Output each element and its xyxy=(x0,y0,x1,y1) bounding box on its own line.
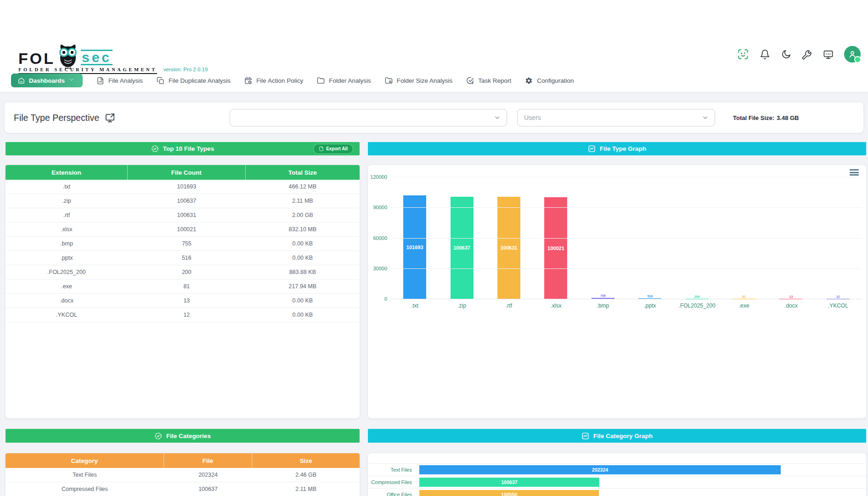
cell: 516 xyxy=(128,251,246,265)
moon-icon[interactable] xyxy=(781,49,791,60)
cell: 0.00 KB xyxy=(246,308,360,322)
x-axis-label: .txt xyxy=(391,302,438,309)
brand-logo[interactable]: FOL sec xyxy=(18,39,208,74)
nav-item-folder-size-analysis[interactable]: Folder Size Analysis xyxy=(385,77,453,85)
logo-row: FOL sec xyxy=(18,39,208,65)
gridline xyxy=(391,207,862,208)
page-title: File Type Perspective xyxy=(14,113,99,123)
cell: .txt xyxy=(6,180,128,194)
nav-item-task-report[interactable]: Task Report xyxy=(466,77,511,85)
monitor-icon[interactable] xyxy=(823,49,834,60)
cell: 2.11 MB xyxy=(252,482,360,496)
nav-item-label: Task Report xyxy=(478,77,511,84)
file-category-graph-card: Text Files202324Compressed Files100637Of… xyxy=(368,453,866,496)
cell: 466.12 MB xyxy=(246,180,360,194)
category-label: Compressed Files xyxy=(368,479,419,485)
category-label: Text Files xyxy=(368,467,419,473)
logo-tagline-row: FOLDER SECURITY MANAGEMENT version: Pro … xyxy=(18,67,208,74)
cell: 100637 xyxy=(128,194,246,208)
bell-icon[interactable] xyxy=(760,49,770,60)
category-row: Compressed Files1006372.11 MB xyxy=(6,482,360,496)
file-type-row: .FOL2025_200200883.88 KB xyxy=(6,265,360,279)
users-select-placeholder: Users xyxy=(524,114,541,121)
x-axis-label: .YKCOL xyxy=(815,302,862,309)
chart-menu-icon[interactable] xyxy=(850,169,859,176)
cell: .rtf xyxy=(6,208,128,222)
bar-track: 100637 xyxy=(419,478,866,487)
bar-value-label: 100631 xyxy=(501,245,518,251)
file-table-body: .txt101693466.12 MB.zip1006372.11 MB.rtf… xyxy=(6,180,360,322)
bar-value-label: 516 xyxy=(647,295,653,298)
nav-item-file-action-policy[interactable]: File Action Policy xyxy=(244,77,303,85)
nav-item-file-duplicate-analysis[interactable]: File Duplicate Analysis xyxy=(157,77,231,85)
nav-item-label: File Analysis xyxy=(108,77,143,84)
folder-settings-icon xyxy=(385,77,393,85)
bar-value-label: 12 xyxy=(836,295,840,298)
avatar[interactable] xyxy=(844,46,861,63)
nav-item-file-analysis[interactable]: File Analysis xyxy=(96,77,143,85)
file-category-graph-title: File Category Graph xyxy=(593,433,653,439)
cell: .docx xyxy=(6,294,128,308)
cell: 883.88 KB xyxy=(246,265,360,279)
bar-value-label: 202324 xyxy=(592,467,608,473)
nav-item-label: Folder Size Analysis xyxy=(397,77,453,84)
nav-item-dashboards[interactable]: Dashboards xyxy=(11,74,83,87)
gear-icon xyxy=(525,77,533,85)
bar-track: 100550 xyxy=(419,490,866,496)
cell: 2.00 GB xyxy=(246,208,360,222)
gridline xyxy=(391,268,862,269)
nav-item-label: Dashboards xyxy=(29,77,65,84)
cell: .zip xyxy=(6,194,128,208)
users-select[interactable]: Users xyxy=(517,109,715,126)
file-table-header: ExtensionFile CountTotal Size xyxy=(6,165,360,180)
x-axis-label: .xlsx xyxy=(532,302,579,309)
cell: .FOL2025_200 xyxy=(6,265,128,279)
file-type-select[interactable] xyxy=(230,109,507,126)
total-file-size: Total File Size: 3.48 GB xyxy=(733,103,799,133)
document-icon xyxy=(319,146,324,151)
category-bar-row: Office Files100550 xyxy=(368,489,866,496)
wrench-icon[interactable] xyxy=(802,49,812,60)
nav-item-label: Configuration xyxy=(537,77,574,84)
cell: 0.00 KB xyxy=(246,237,360,251)
bar-value-label: 100550 xyxy=(501,492,517,496)
x-axis-label: .FOL2025_200 xyxy=(673,302,720,309)
file-type-graph-title: File Type Graph xyxy=(600,145,646,152)
file-type-graph-title-wrap: File Type Graph xyxy=(588,145,646,153)
nav-item-configuration[interactable]: Configuration xyxy=(525,77,574,85)
task-check-icon xyxy=(466,77,474,85)
cell: 100631 xyxy=(128,208,246,222)
file-type-perspective-card: File Type Perspective Users Total File S… xyxy=(5,103,863,133)
file-categories-title-wrap: File Categories xyxy=(154,432,211,440)
x-axis-label: .rtf xyxy=(485,302,532,309)
nav-item-label: Folder Analysis xyxy=(329,77,371,84)
column-header-total-size: Total Size xyxy=(246,165,360,180)
category-label: Office Files xyxy=(368,492,419,496)
file-type-row: .rtf1006312.00 GB xyxy=(6,208,360,222)
cell: .bmp xyxy=(6,237,128,251)
y-axis-tick-label: 0 xyxy=(384,296,387,302)
main-nav: Dashboards File AnalysisFile Duplicate A… xyxy=(11,74,574,87)
export-all-button[interactable]: Export All xyxy=(313,144,353,154)
filter-title-wrap: File Type Perspective xyxy=(14,103,115,133)
cell: .pptx xyxy=(6,251,128,265)
bar-value-label: 100021 xyxy=(547,245,564,251)
bar-txt: 101693 xyxy=(403,195,426,299)
bar-value-label: 100637 xyxy=(453,245,470,251)
file-categories-card: CategoryFileSize Text Files2023242.46 GB… xyxy=(6,453,360,496)
cell: .YKCOL xyxy=(6,308,128,322)
brand-tagline: FOLDER SECURITY MANAGEMENT xyxy=(18,67,157,74)
cell: 100021 xyxy=(128,222,246,236)
cell: 832.10 MB xyxy=(246,222,360,236)
file-type-row: .docx130.00 KB xyxy=(6,294,360,308)
screen-share-icon[interactable] xyxy=(105,113,115,123)
bar-compressed-files: 100637 xyxy=(419,478,599,487)
nav-item-label: File Duplicate Analysis xyxy=(169,77,231,84)
bar-rtf: 100631 xyxy=(497,197,520,299)
face-scan-icon[interactable] xyxy=(737,48,749,60)
category-row: Text Files2023242.46 GB xyxy=(6,468,360,482)
top10-section-header: Top 10 File Types Export All xyxy=(6,142,360,155)
bar-text-files: 202324 xyxy=(419,465,781,474)
nav-item-folder-analysis[interactable]: Folder Analysis xyxy=(317,77,371,85)
cell: 217.94 MB xyxy=(246,279,360,293)
